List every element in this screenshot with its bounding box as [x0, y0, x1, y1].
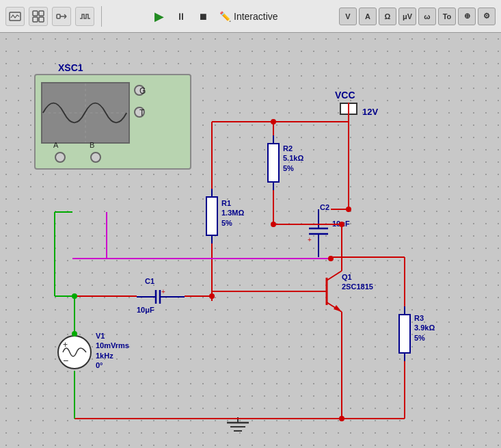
svg-point-77 [339, 416, 344, 421]
osc-a-label: A [53, 141, 58, 149]
svg-rect-1 [33, 11, 38, 16]
oscilloscope-screen [41, 82, 130, 144]
svg-point-76 [209, 293, 215, 299]
svg-rect-13 [206, 197, 217, 235]
ground-symbol [224, 417, 252, 440]
rt-btn-8[interactable]: ⚙ [478, 8, 496, 25]
svg-point-75 [346, 207, 351, 212]
svg-point-74 [271, 222, 276, 227]
circuit-canvas: G T A B XSC1 VCC 12V R1 1.3MΩ 5% R2 [0, 33, 501, 448]
v1-source[interactable]: + − [56, 334, 93, 373]
r3-label: R3 3.9kΩ 5% [414, 313, 435, 343]
component-tool-btn[interactable] [52, 7, 71, 26]
oscilloscope-xsc1[interactable]: G T A B [34, 74, 191, 170]
toolbar-separator [101, 6, 102, 27]
r3-component[interactable] [396, 306, 413, 364]
interactive-mode-label: ✏️ Interactive [219, 11, 278, 22]
rt-btn-1[interactable]: V [339, 8, 357, 25]
rt-btn-3[interactable]: Ω [379, 8, 396, 25]
oscilloscope-tool-btn[interactable] [5, 7, 25, 26]
svg-text:−: − [63, 355, 68, 366]
svg-text:+: + [63, 340, 68, 350]
c1-label: C1 [145, 276, 154, 286]
graph-tool-btn[interactable] [29, 7, 48, 26]
osc-terminal-b[interactable] [90, 152, 101, 163]
svg-rect-16 [268, 144, 279, 182]
svg-text:+: + [308, 236, 312, 243]
vcc-box [340, 103, 357, 115]
c2-value: 10μF [332, 219, 350, 228]
rt-btn-5[interactable]: ω [418, 8, 436, 25]
xsc1-label: XSC1 [58, 62, 83, 74]
simulation-controls: ▶ ⏸ ⏹ [150, 7, 213, 26]
osc-terminal-a[interactable] [55, 152, 66, 163]
osc-b-label: B [90, 141, 94, 149]
rt-btn-2[interactable]: A [359, 8, 377, 25]
r2-label: R2 5.1kΩ 5% [283, 144, 303, 173]
svg-point-78 [72, 293, 77, 299]
toolbar: ▶ ⏸ ⏹ ✏️ Interactive V A Ω μV ω To ⊕ ⚙ [0, 0, 501, 33]
r1-component[interactable] [204, 189, 220, 246]
q1-label: Q1 2SC1815 [342, 272, 373, 292]
play-button[interactable]: ▶ [150, 7, 169, 26]
osc-t-label: T [139, 108, 144, 118]
svg-rect-3 [33, 17, 38, 22]
rt-btn-6[interactable]: To [438, 8, 456, 25]
svg-rect-5 [57, 14, 60, 18]
r1-label: R1 1.3MΩ 5% [221, 198, 244, 228]
rt-btn-7[interactable]: ⊕ [458, 8, 476, 25]
vcc-voltage-label: 12V [362, 107, 378, 118]
svg-marker-37 [334, 305, 342, 312]
pause-button[interactable]: ⏸ [172, 7, 191, 26]
c2-label: C2 [320, 202, 329, 212]
r2-component[interactable] [265, 135, 282, 193]
v1-label: V1 10mVrms 1kHz 0° [96, 331, 129, 370]
interactive-text: Interactive [234, 11, 278, 22]
svg-rect-2 [39, 11, 44, 16]
right-toolbar: V A Ω μV ω To ⊕ ⚙ [339, 8, 496, 25]
svg-line-33 [327, 271, 342, 280]
svg-rect-4 [39, 17, 44, 22]
waveform-tool-btn[interactable] [75, 7, 94, 26]
c1-value: 10μF [137, 305, 154, 315]
svg-text:+: + [161, 288, 165, 295]
vcc-label: VCC [335, 89, 355, 101]
c2-component[interactable]: + [306, 209, 331, 260]
osc-g-label: G [139, 86, 146, 96]
svg-point-73 [271, 119, 276, 124]
svg-rect-19 [399, 315, 410, 353]
rt-btn-4[interactable]: μV [398, 8, 416, 25]
stop-button[interactable]: ⏹ [193, 7, 213, 26]
pencil-icon: ✏️ [219, 11, 231, 22]
